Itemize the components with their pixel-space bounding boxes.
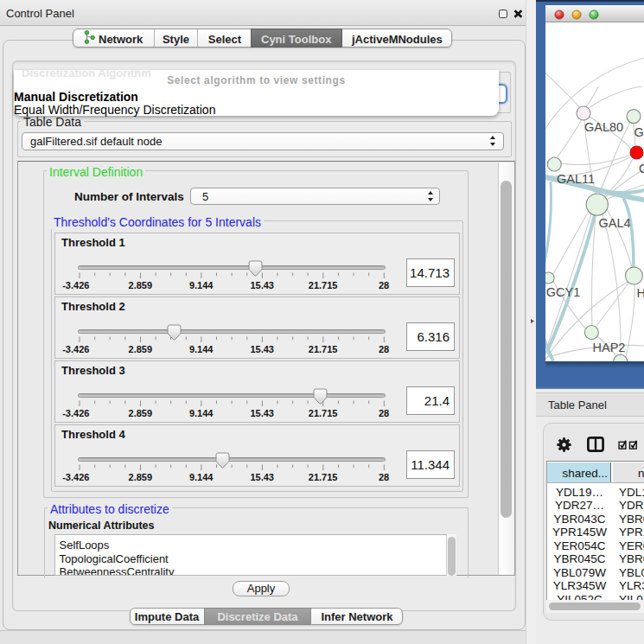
svg-text:GCY1: GCY1 bbox=[546, 285, 581, 299]
svg-text:GAL11: GAL11 bbox=[557, 172, 595, 186]
svg-text:GAL80: GAL80 bbox=[584, 120, 623, 134]
svg-text:HAP2: HAP2 bbox=[593, 341, 626, 354]
svg-text:GA: GA bbox=[634, 125, 644, 139]
svg-text:H: H bbox=[636, 286, 644, 300]
svg-text:GAL4: GAL4 bbox=[599, 216, 631, 230]
svg-text:C: C bbox=[639, 162, 644, 175]
